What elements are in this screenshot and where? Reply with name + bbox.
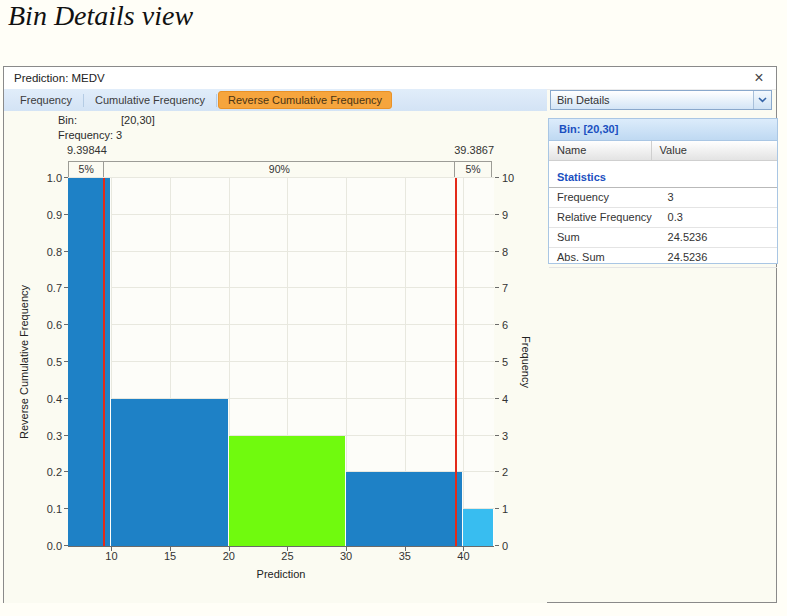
right-axis-tick [495,251,499,252]
right-tick-label: 10 [502,172,514,184]
percentile-marker-line [103,178,105,546]
horizontal-gridline [68,324,494,325]
tab-separator [216,94,217,107]
x-tick-label: 30 [340,550,352,562]
prediction-window: Prediction: MEDV × FrequencyCumulative F… [3,66,777,603]
bin-value: [20,30] [121,114,155,126]
stat-value: 24.5236 [660,228,777,247]
stat-value: 0.3 [660,208,777,227]
percentile-marker-line [455,178,457,546]
right-tick-label: 4 [502,393,508,405]
plot-area [68,178,494,547]
left-tick-label: 0.9 [30,209,62,221]
left-tick-label: 0.5 [30,356,62,368]
right-axis-tick [495,435,499,436]
percentile-band-cell: 90% [103,161,455,178]
percentile-band: 5%90%5% [68,161,494,178]
tab-separator [83,94,84,107]
horizontal-gridline [68,287,494,288]
right-axis-tick [495,177,499,178]
stat-name: Relative Frequency [549,208,660,227]
column-value-header: Value [652,141,777,160]
x-tick-label: 15 [164,550,176,562]
right-axis-tick [495,471,499,472]
x-axis-title: Prediction [257,568,306,580]
horizontal-gridline [68,214,494,215]
stat-value: 24.5236 [660,248,777,267]
selected-bin-frequency: Frequency: 3 [58,129,122,141]
left-tick-label: 0.4 [30,393,62,405]
right-tick-label: 6 [502,319,508,331]
horizontal-gridline [68,251,494,252]
right-axis-tick [495,508,499,509]
right-tick-label: 2 [502,466,508,478]
right-axis-tick [495,287,499,288]
left-tick-label: 0.1 [30,503,62,515]
bin-details-panel: Bin: [20,30] Name Value Statistics Frequ… [548,118,778,264]
x-axis-tick-labels: 10152025303540 [68,550,494,564]
tab-reverse-cumulative-frequency[interactable]: Reverse Cumulative Frequency [218,91,392,109]
left-tick-label: 0.0 [30,540,62,552]
page-title: Bin Details view [8,0,193,32]
right-axis-tick [495,324,499,325]
right-axis-title: Frequency [520,336,532,388]
table-row: Frequency3 [549,188,777,208]
dropdown-value: Bin Details [557,91,610,109]
table-row: Abs. Sum24.5236 [549,248,777,268]
left-tick-label: 0.7 [30,282,62,294]
chart-pane: Bin: [20,30] Frequency: 3 9.39844 39.386… [4,111,547,603]
left-tick-label: 0.6 [30,319,62,331]
panel-header: Bin: [20,30] [549,119,777,141]
left-axis-tick-labels: 0.00.10.20.30.40.50.60.70.80.91.0 [30,178,62,546]
left-tick-label: 0.3 [30,430,62,442]
right-tick-label: 3 [502,430,508,442]
frequency-value: 3 [116,129,122,141]
right-axis-tick [495,545,499,546]
right-axis-tick [495,214,499,215]
stat-name: Frequency [549,188,660,207]
x-tick-label: 10 [105,550,117,562]
column-name-header: Name [549,141,652,160]
horizontal-gridline [68,177,494,178]
x-tick-label: 40 [457,550,469,562]
chevron-down-icon[interactable] [753,91,771,109]
x-tick-label: 20 [223,550,235,562]
percentile-band-cell: 5% [68,161,104,178]
percentile-high-label: 39.3867 [454,144,494,156]
window-titlebar: Prediction: MEDV × [4,67,776,90]
selected-bin-info: Bin: [20,30] [58,114,155,126]
histogram-bar-selected[interactable] [229,436,346,546]
bin-details-dropdown[interactable]: Bin Details [550,90,772,110]
stat-value: 3 [660,188,777,207]
horizontal-gridline [68,361,494,362]
x-tick-label: 35 [399,550,411,562]
right-tick-label: 9 [502,209,508,221]
right-axis-tick [495,398,499,399]
statistics-rows: Frequency3Relative Frequency0.3Sum24.523… [549,188,777,268]
histogram-bar[interactable] [346,472,463,546]
left-tick-label: 0.2 [30,466,62,478]
left-tick-label: 1.0 [30,172,62,184]
close-icon[interactable]: × [750,68,768,88]
x-tick-label: 25 [281,550,293,562]
histogram-bar[interactable] [111,399,228,546]
tab-cumulative-frequency[interactable]: Cumulative Frequency [85,89,215,111]
stat-name: Abs. Sum [549,248,660,267]
left-tick-label: 0.8 [30,246,62,258]
right-tick-label: 7 [502,282,508,294]
table-row: Sum24.5236 [549,228,777,248]
stat-name: Sum [549,228,660,247]
tab-bar: FrequencyCumulative FrequencyReverse Cum… [4,89,547,111]
frequency-label: Frequency: [58,129,113,141]
right-tick-label: 8 [502,246,508,258]
vertical-gridline [463,178,464,546]
right-tick-label: 0 [502,540,508,552]
bin-label: Bin: [58,114,118,126]
right-tick-label: 5 [502,356,508,368]
right-axis-tick [495,361,499,362]
percentile-band-cell: 5% [454,161,492,178]
percentile-low-label: 9.39844 [67,144,107,156]
table-column-header: Name Value [549,141,777,161]
tab-frequency[interactable]: Frequency [10,89,82,111]
histogram-bar[interactable] [463,509,494,546]
